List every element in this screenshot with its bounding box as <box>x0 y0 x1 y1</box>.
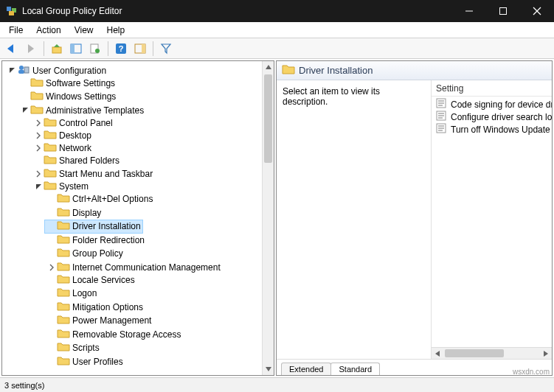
svg-marker-32 <box>44 169 56 177</box>
tree-vertical-scrollbar[interactable] <box>262 61 274 375</box>
svg-marker-46 <box>58 343 69 351</box>
setting-label: Turn off Windows Update <box>451 125 550 135</box>
watermark: wsxdn.com <box>513 368 550 376</box>
tree-item-label: System <box>59 181 89 192</box>
tree-item-label: Internet Communication Management <box>72 262 221 273</box>
tree-item[interactable]: Control Panel <box>32 116 114 129</box>
collapse-icon[interactable] <box>33 181 44 192</box>
tree-item[interactable]: Group Policy <box>45 248 125 260</box>
tree-item[interactable]: Removable Storage Access <box>45 328 182 340</box>
expand-icon[interactable] <box>33 130 44 141</box>
setting-item[interactable]: Code signing for device dr <box>432 98 552 111</box>
up-button[interactable] <box>48 40 66 57</box>
scroll-left-button[interactable] <box>432 348 443 360</box>
folder-icon <box>58 342 69 354</box>
hscroll-track[interactable] <box>443 348 540 359</box>
expand-icon[interactable] <box>33 169 44 179</box>
console-tree[interactable]: User ConfigurationSoftware SettingsWindo… <box>2 61 262 375</box>
status-text: 3 setting(s) <box>4 381 44 390</box>
menu-file[interactable]: File <box>3 24 29 37</box>
help-button[interactable]: ? <box>112 40 130 57</box>
collapse-icon[interactable] <box>20 105 30 116</box>
toolbar-separator <box>153 41 153 56</box>
svg-marker-63 <box>435 351 440 357</box>
scroll-right-button[interactable] <box>540 348 552 360</box>
tab-standard[interactable]: Standard <box>330 363 380 375</box>
console-tree-pane: User ConfigurationSoftware SettingsWindo… <box>1 60 274 376</box>
tree-item[interactable]: Logon <box>45 287 98 300</box>
folder-icon <box>58 329 69 340</box>
svg-marker-30 <box>44 144 56 151</box>
tree-item[interactable]: User Configuration <box>5 64 108 77</box>
expand-icon[interactable] <box>33 118 44 128</box>
scroll-thumb[interactable] <box>264 74 272 163</box>
tree-item[interactable]: Display <box>45 206 103 219</box>
tree-item[interactable]: Driver Installation <box>45 220 142 233</box>
expand-icon[interactable] <box>46 262 57 273</box>
forward-button[interactable] <box>22 40 40 57</box>
tree-item[interactable]: Software Settings <box>18 77 117 89</box>
svg-marker-49 <box>266 367 271 371</box>
tree-item[interactable]: Network <box>32 141 93 154</box>
show-hide-console-tree-button[interactable] <box>67 40 85 57</box>
expand-icon[interactable] <box>33 143 44 153</box>
maximize-button[interactable] <box>486 0 520 22</box>
toolbar: ? <box>0 38 554 59</box>
tree-item[interactable]: Scripts <box>45 342 101 354</box>
setting-item[interactable]: Turn off Windows Update <box>432 123 552 136</box>
tree-item[interactable]: Start Menu and Taskbar <box>32 168 154 181</box>
tree-item-label: Network <box>59 143 91 153</box>
tree-item[interactable]: Folder Redirection <box>45 234 146 246</box>
scroll-up-button[interactable] <box>263 61 274 73</box>
tree-item[interactable]: Windows Settings <box>18 91 117 103</box>
show-hide-action-pane-button[interactable] <box>131 40 149 57</box>
tree-item[interactable]: System <box>32 181 90 193</box>
tree-item-label: User Configuration <box>32 66 106 76</box>
tree-item-label: Shared Folders <box>59 155 120 166</box>
policy-icon <box>436 98 446 111</box>
svg-rect-4 <box>500 8 507 15</box>
folder-icon <box>58 287 69 299</box>
setting-label: Code signing for device dr <box>451 99 552 110</box>
status-bar: 3 setting(s) <box>0 377 554 392</box>
back-button[interactable] <box>3 40 21 57</box>
scroll-track[interactable] <box>263 73 274 363</box>
setting-label: Configure driver search lo <box>451 112 552 122</box>
tree-item[interactable]: Desktop <box>32 129 93 141</box>
column-header-setting[interactable]: Setting <box>432 80 552 97</box>
settings-list[interactable]: Code signing for device drConfigure driv… <box>432 97 552 347</box>
menu-help[interactable]: Help <box>101 24 131 37</box>
close-button[interactable] <box>520 0 554 22</box>
menu-view[interactable]: View <box>69 24 100 37</box>
menu-action[interactable]: Action <box>30 24 66 37</box>
details-header: Driver Installation <box>277 61 552 80</box>
setting-item[interactable]: Configure driver search lo <box>432 111 552 123</box>
tree-item[interactable]: Shared Folders <box>32 154 121 167</box>
tree-item[interactable]: Internet Communication Management <box>45 261 222 273</box>
svg-marker-40 <box>58 263 69 270</box>
tree-item[interactable]: Power Management <box>45 315 153 327</box>
tree-item-label: User Profiles <box>72 357 123 367</box>
minimize-button[interactable] <box>452 0 486 22</box>
tree-item[interactable]: Ctrl+Alt+Del Options <box>45 193 154 206</box>
folder-icon <box>58 301 69 313</box>
details-horizontal-scrollbar[interactable] <box>432 347 552 359</box>
tree-item[interactable]: Locale Services <box>45 273 136 286</box>
export-list-button[interactable] <box>86 40 104 57</box>
filter-button[interactable] <box>157 40 175 57</box>
svg-marker-24 <box>31 79 43 86</box>
toolbar-separator <box>44 41 44 56</box>
details-pane: Driver Installation Select an item to vi… <box>276 60 553 376</box>
tree-item[interactable]: Mitigation Options <box>45 301 145 313</box>
tree-item[interactable]: User Profiles <box>45 355 125 368</box>
window-title: Local Group Policy Editor <box>22 6 452 16</box>
hscroll-thumb[interactable] <box>445 349 504 357</box>
scroll-down-button[interactable] <box>263 363 274 375</box>
svg-rect-23 <box>24 67 29 73</box>
svg-marker-35 <box>58 195 69 202</box>
svg-marker-42 <box>58 289 69 296</box>
expand-icon[interactable] <box>7 66 17 76</box>
folder-icon <box>44 181 56 192</box>
tab-extended[interactable]: Extended <box>281 363 331 375</box>
tree-item[interactable]: Administrative Templates <box>18 104 145 116</box>
